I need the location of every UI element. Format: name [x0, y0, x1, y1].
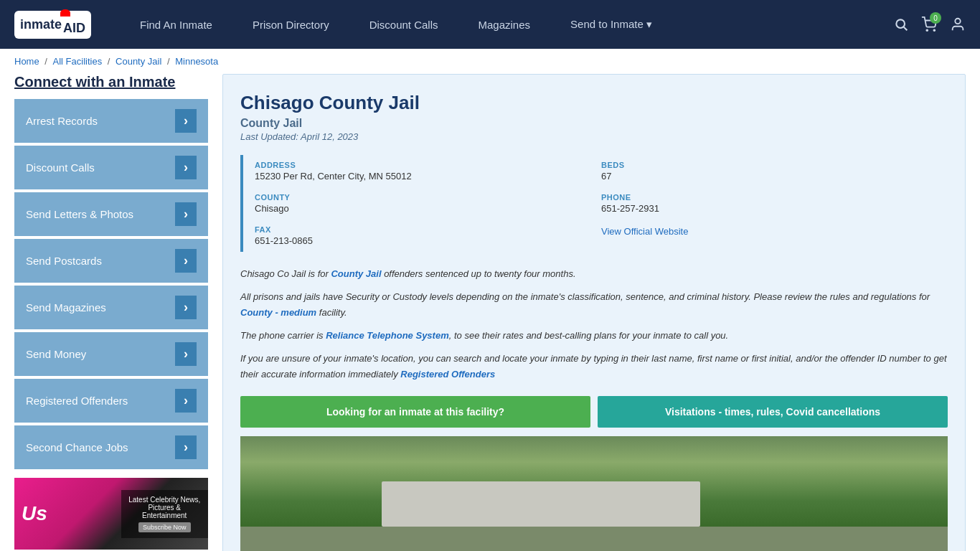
fax-value: 651-213-0865 [255, 235, 590, 246]
visitations-button[interactable]: Visitations - times, rules, Covid cancel… [598, 396, 948, 428]
ad-logo: Us [14, 495, 121, 532]
breadcrumb: Home / All Facilities / County Jail / Mi… [0, 49, 980, 74]
desc-paragraph-3: The phone carrier is Reliance Telephone … [240, 328, 948, 344]
sidebar-btn-discount-calls[interactable]: Discount Calls › [14, 146, 208, 189]
phone-cell: PHONE 651-257-2931 [601, 187, 948, 220]
facility-title: Chisago County Jail [240, 92, 948, 114]
fax-cell: FAX 651-213-0865 [255, 220, 601, 252]
breadcrumb-state[interactable]: Minnesota [175, 56, 218, 67]
address-label: ADDRESS [255, 161, 590, 169]
phone-label: PHONE [601, 193, 936, 202]
svg-point-4 [955, 19, 960, 24]
arrow-icon: › [175, 156, 197, 179]
nav-magazines[interactable]: Magazines [458, 0, 551, 49]
sidebar-advertisement[interactable]: Us Latest Celebrity News, Pictures & Ent… [14, 478, 208, 550]
user-button[interactable] [950, 17, 966, 32]
arrow-icon: › [175, 389, 197, 413]
facility-info-grid: ADDRESS 15230 Per Rd, Center City, MN 55… [240, 155, 948, 252]
county-label: COUNTY [255, 193, 590, 202]
navbar: inmate AID Find An Inmate Prison Directo… [0, 0, 980, 49]
nav-links: Find An Inmate Prison Directory Discount… [120, 0, 894, 49]
logo[interactable]: inmate AID [14, 11, 91, 39]
sidebar-btn-send-magazines[interactable]: Send Magazines › [14, 286, 208, 329]
sidebar-label-send-magazines: Send Magazines [26, 301, 106, 314]
sidebar: Connect with an Inmate Arrest Records › … [14, 74, 208, 551]
desc-paragraph-2: All prisons and jails have Security or C… [240, 289, 948, 321]
svg-line-1 [904, 27, 908, 31]
sidebar-btn-send-postcards[interactable]: Send Postcards › [14, 239, 208, 283]
search-button[interactable] [894, 17, 908, 32]
cart-badge: 0 [930, 12, 941, 24]
beds-label: BEDS [601, 161, 936, 169]
desc-paragraph-1: Chisago Co Jail is for County Jail offen… [240, 266, 948, 282]
sidebar-btn-send-money[interactable]: Send Money › [14, 332, 208, 376]
website-cell: View Official Website [601, 220, 948, 252]
cart-button[interactable]: 0 [921, 17, 937, 32]
aerial-facility-photo [240, 436, 948, 551]
facility-type: County Jail [240, 117, 948, 130]
breadcrumb-county-jail[interactable]: County Jail [116, 56, 161, 67]
sidebar-btn-second-chance-jobs[interactable]: Second Chance Jobs › [14, 425, 208, 469]
logo-text-aid: AID [63, 21, 85, 35]
sidebar-title: Connect with an Inmate [14, 74, 208, 90]
facility-content: Chisago County Jail County Jail Last Upd… [222, 74, 966, 551]
aerial-building-shape [382, 481, 700, 527]
desc-paragraph-4: If you are unsure of your inmate's locat… [240, 351, 948, 382]
phone-value: 651-257-2931 [601, 203, 936, 214]
arrow-icon: › [175, 249, 197, 273]
county-value: Chisago [255, 203, 590, 214]
county-medium-link[interactable]: County - medium [240, 307, 316, 318]
beds-value: 67 [601, 171, 936, 182]
registered-offenders-link[interactable]: Registered Offenders [400, 369, 495, 380]
view-official-website-link[interactable]: View Official Website [601, 226, 688, 237]
breadcrumb-home[interactable]: Home [14, 56, 39, 67]
facility-last-updated: Last Updated: April 12, 2023 [240, 131, 948, 142]
sidebar-btn-registered-offenders[interactable]: Registered Offenders › [14, 379, 208, 423]
sidebar-btn-arrest-records[interactable]: Arrest Records › [14, 99, 208, 143]
nav-send-to-inmate[interactable]: Send to Inmate ▾ [550, 0, 672, 49]
svg-point-0 [896, 19, 905, 28]
nav-actions: 0 [894, 17, 966, 32]
arrow-icon: › [175, 342, 197, 366]
ad-headline: Latest Celebrity News, Pictures & Entert… [127, 496, 203, 519]
sidebar-label-registered-offenders: Registered Offenders [26, 395, 128, 407]
sidebar-label-send-money: Send Money [26, 348, 86, 360]
address-cell: ADDRESS 15230 Per Rd, Center City, MN 55… [255, 155, 601, 187]
ad-text: Latest Celebrity News, Pictures & Entert… [121, 490, 209, 538]
arrow-icon: › [175, 202, 197, 226]
county-cell: COUNTY Chisago [255, 187, 601, 220]
sidebar-label-send-letters: Send Letters & Photos [26, 208, 133, 220]
sidebar-label-arrest-records: Arrest Records [26, 115, 98, 127]
sidebar-btn-send-letters[interactable]: Send Letters & Photos › [14, 192, 208, 236]
beds-cell: BEDS 67 [601, 155, 948, 187]
address-value: 15230 Per Rd, Center City, MN 55012 [255, 171, 590, 182]
aerial-road-shape [240, 527, 948, 551]
arrow-icon: › [175, 296, 197, 319]
logo-hat-icon [60, 9, 70, 17]
ad-subscribe-button[interactable]: Subscribe Now [138, 522, 191, 532]
user-icon [950, 17, 966, 32]
search-icon [894, 17, 908, 32]
arrow-icon: › [175, 109, 197, 133]
arrow-icon: › [175, 435, 197, 459]
breadcrumb-all-facilities[interactable]: All Facilities [53, 56, 103, 67]
sidebar-label-second-chance-jobs: Second Chance Jobs [26, 441, 128, 453]
sidebar-label-send-postcards: Send Postcards [26, 255, 102, 267]
nav-find-inmate[interactable]: Find An Inmate [120, 0, 232, 49]
sidebar-label-discount-calls: Discount Calls [26, 161, 95, 174]
fax-label: FAX [255, 225, 590, 234]
cta-buttons: Looking for an inmate at this facility? … [240, 396, 948, 428]
logo-text-inmate: inmate [20, 17, 62, 32]
looking-for-inmate-button[interactable]: Looking for an inmate at this facility? [240, 396, 590, 428]
svg-point-3 [933, 29, 935, 31]
svg-point-2 [926, 29, 928, 31]
reliance-telephone-link[interactable]: Reliance Telephone System [326, 330, 448, 341]
main-layout: Connect with an Inmate Arrest Records › … [0, 74, 980, 551]
nav-prison-directory[interactable]: Prison Directory [232, 0, 349, 49]
nav-discount-calls[interactable]: Discount Calls [349, 0, 458, 49]
county-jail-link[interactable]: County Jail [331, 268, 381, 279]
